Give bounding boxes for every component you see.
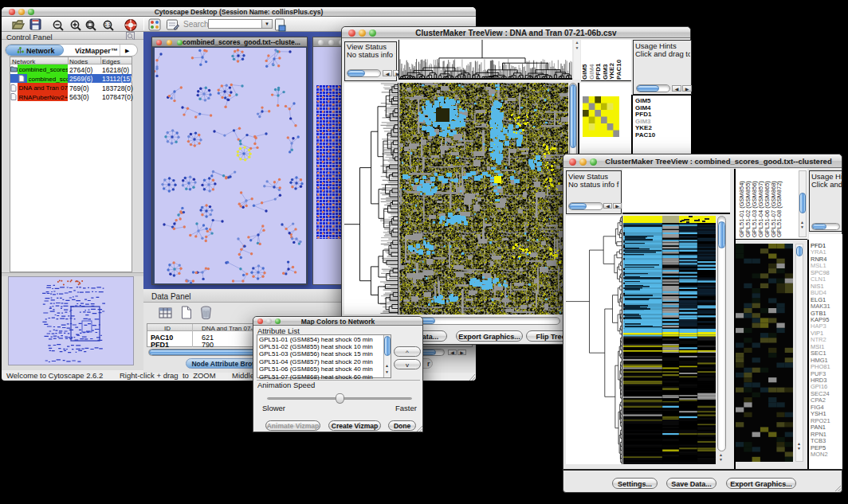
svg-text:1:1: 1:1 xyxy=(104,22,111,27)
svg-text:PAC10: PAC10 xyxy=(615,59,622,80)
svg-text:GPL51-08 (GSM872): GPL51-08 (GSM872) xyxy=(775,181,783,237)
